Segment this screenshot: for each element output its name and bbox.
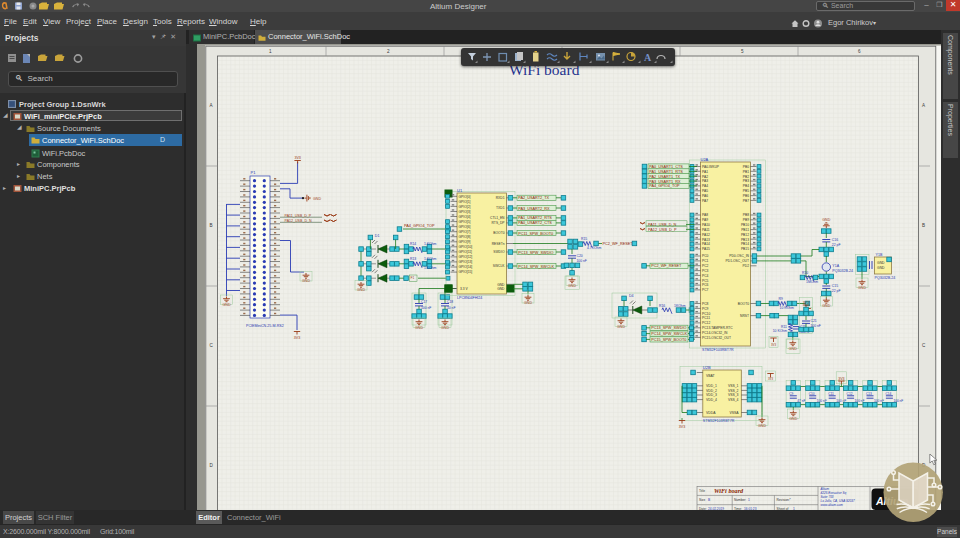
svg-text:PD0-OSC_IN: PD0-OSC_IN <box>729 254 749 258</box>
svg-text:PA6: PA6 <box>702 194 708 198</box>
svg-text:GND: GND <box>617 325 625 329</box>
svg-text:1MOhm: 1MOhm <box>806 280 818 284</box>
svg-text:PB3: PB3 <box>743 179 749 183</box>
svg-text:BOOT0: BOOT0 <box>493 231 504 235</box>
svg-text:PC15-OSC32_OUT: PC15-OSC32_OUT <box>702 336 731 340</box>
svg-text:PA2_USART2_TX: PA2_USART2_TX <box>518 196 549 200</box>
svg-text:PB1: PB1 <box>743 170 749 174</box>
svg-text:VDD_2: VDD_2 <box>706 389 717 393</box>
svg-text:C18: C18 <box>447 300 453 304</box>
svg-text:PC14_SPW_SWCLK: PC14_SPW_SWCLK <box>651 332 687 336</box>
svg-text:GPIO[13]: GPIO[13] <box>459 260 473 264</box>
svg-text:3V3: 3V3 <box>679 425 685 429</box>
svg-text:R15: R15 <box>581 237 587 241</box>
svg-text:LPC8N04FHI24: LPC8N04FHI24 <box>457 296 482 300</box>
svg-text:1.KOhm: 1.KOhm <box>424 257 437 261</box>
svg-text:C9: C9 <box>789 392 793 396</box>
svg-text:PB11: PB11 <box>741 228 749 232</box>
svg-text:VBAT: VBAT <box>706 374 715 378</box>
svg-text:PA4: PA4 <box>702 184 708 188</box>
svg-text:GPIO[10]: GPIO[10] <box>459 245 473 249</box>
svg-text:PC13-TAMPER-RTC: PC13-TAMPER-RTC <box>702 326 733 330</box>
svg-text:SWCLK: SWCLK <box>493 264 506 268</box>
svg-text:PC10: PC10 <box>702 312 710 316</box>
svg-text:GPIO[7]: GPIO[7] <box>459 230 471 234</box>
svg-text:GPIO[3]: GPIO[3] <box>459 210 471 214</box>
svg-text:GND: GND <box>441 326 449 330</box>
svg-text:B: B <box>708 498 710 502</box>
svg-text:GPIO[5]: GPIO[5] <box>459 220 471 224</box>
svg-text:GND: GND <box>789 347 797 351</box>
svg-text:PB12: PB12 <box>741 233 749 237</box>
svg-text:100 nF: 100 nF <box>855 399 865 403</box>
svg-text:PA14: PA14 <box>702 242 710 246</box>
svg-text:PCIEMiniCN-25-M-RS2: PCIEMiniCN-25-M-RS2 <box>246 324 284 328</box>
svg-text:C11: C11 <box>828 392 834 396</box>
svg-text:GND: GND <box>822 304 830 308</box>
svg-text:PQ3032B-24: PQ3032B-24 <box>832 269 853 273</box>
svg-text:GPIO[11]: GPIO[11] <box>459 250 473 254</box>
svg-text:GPIO[12]: GPIO[12] <box>459 255 473 259</box>
svg-text:PA0-WKUP: PA0-WKUP <box>702 165 720 169</box>
svg-text:3V3: 3V3 <box>768 377 773 381</box>
svg-text:4.7KOhm: 4.7KOhm <box>587 246 601 250</box>
svg-text:GND: GND <box>223 303 231 307</box>
svg-text:PA4_GPIO4_TOP: PA4_GPIO4_TOP <box>649 184 680 188</box>
svg-text:GPIO[9]: GPIO[9] <box>459 240 471 244</box>
svg-text:PA3_USART1_RX: PA3_USART1_RX <box>649 180 681 184</box>
svg-text:GND: GND <box>497 283 505 287</box>
svg-text:PB10: PB10 <box>741 223 749 227</box>
svg-text:PC0: PC0 <box>702 254 709 258</box>
svg-text:PA1_USART1_RTS: PA1_USART1_RTS <box>649 170 683 174</box>
svg-text:GND: GND <box>568 284 576 288</box>
svg-text:RXD1: RXD1 <box>496 196 505 200</box>
svg-text:Y1A: Y1A <box>832 264 839 268</box>
svg-text:PB7: PB7 <box>743 199 749 203</box>
svg-text:B: B <box>922 223 925 228</box>
svg-text:A: A <box>644 52 652 63</box>
svg-text:3V3: 3V3 <box>838 377 844 381</box>
svg-text:RESETn: RESETn <box>492 242 505 246</box>
svg-text:Size: Size <box>699 498 705 502</box>
svg-text:C20: C20 <box>577 254 583 258</box>
svg-text:PB15: PB15 <box>741 247 749 251</box>
svg-text:PC2_WF_RESET: PC2_WF_RESET <box>603 242 634 246</box>
svg-text:PB8: PB8 <box>743 213 749 217</box>
svg-text:PA12: PA12 <box>702 233 710 237</box>
svg-text:PB2: PB2 <box>743 175 749 179</box>
svg-text:3V3: 3V3 <box>294 156 300 160</box>
svg-text:PC2_WF_RESET: PC2_WF_RESET <box>651 264 682 268</box>
svg-text:Revision:*: Revision:* <box>777 498 792 502</box>
svg-text:PA11: PA11 <box>702 228 710 232</box>
svg-text:VDD_1: VDD_1 <box>706 384 717 388</box>
svg-text:Number:: Number: <box>734 498 746 502</box>
svg-text:PC2: PC2 <box>702 264 709 268</box>
svg-text:PA13: PA13 <box>702 238 710 242</box>
svg-text:3V3: 3V3 <box>771 343 776 347</box>
svg-text:PA10: PA10 <box>702 223 710 227</box>
svg-text:C13: C13 <box>866 392 872 396</box>
svg-text:VSS_4: VSS_4 <box>728 398 739 402</box>
svg-text:100 nF: 100 nF <box>893 399 903 403</box>
svg-text:NRST: NRST <box>740 314 749 318</box>
svg-text:PA3_USART2_RX: PA3_USART2_RX <box>518 207 550 211</box>
svg-text:GND: GND <box>877 261 885 265</box>
svg-text:C14: C14 <box>885 392 891 396</box>
svg-text:6: 6 <box>858 49 861 54</box>
svg-text:PC8: PC8 <box>702 302 709 306</box>
svg-text:PC15_SPW_BOOT0: PC15_SPW_BOOT0 <box>651 338 686 342</box>
svg-text:GPIO[2]: GPIO[2] <box>459 205 471 209</box>
svg-text:1: 1 <box>748 498 750 502</box>
svg-text:1.KOhm: 1.KOhm <box>424 266 437 270</box>
svg-text:PC14_SPW_SWCLK: PC14_SPW_SWCLK <box>518 265 554 269</box>
svg-text:GND: GND <box>302 279 310 283</box>
svg-text:STM32F103RBT7R: STM32F103RBT7R <box>702 348 734 352</box>
svg-text:C17: C17 <box>421 300 427 304</box>
svg-text:PC7: PC7 <box>702 288 709 292</box>
svg-text:GND: GND <box>313 197 321 201</box>
svg-text:U2B: U2B <box>703 365 711 370</box>
svg-text:RTS_DP: RTS_DP <box>492 221 506 225</box>
svg-text:3V3: 3V3 <box>294 336 300 340</box>
svg-text:GPIO[14]: GPIO[14] <box>459 265 473 269</box>
svg-text:22 pF: 22 pF <box>832 289 841 293</box>
